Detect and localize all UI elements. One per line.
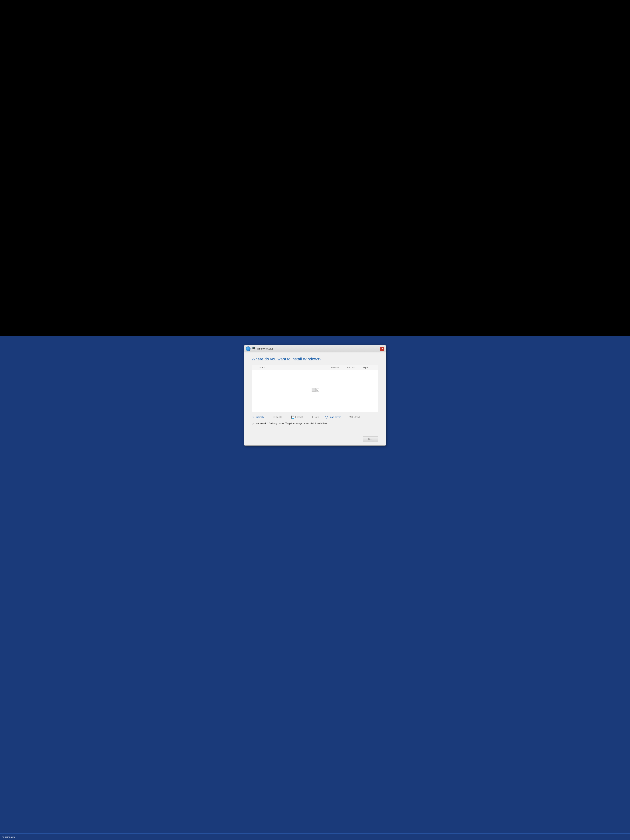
warning-area: ⚠ We couldn't find any drives. To get a … [252,422,378,426]
format-button[interactable]: 💾 Format [290,415,303,419]
new-icon: ✦ [311,415,314,419]
refresh-button[interactable]: ↻ Refresh [252,415,265,419]
new-label: New [314,416,319,418]
extend-button[interactable]: ◥ Extend [349,415,360,419]
taskbar-label: ng Windows [2,836,15,838]
taskbar: ng Windows [0,834,630,840]
extend-label: Extend [352,416,360,418]
delete-label: Delete [276,416,283,418]
format-icon: 💾 [291,415,294,419]
extend-icon: ◥ [349,415,352,419]
back-arrow-icon: ← [247,347,249,350]
dialog-content: Where do you want to install Windows? Na… [244,352,386,434]
name-col-header: Name [259,366,330,369]
warning-icon: ⚠ [252,422,254,426]
mouse-cursor: ⬜◱ [311,387,319,392]
delete-button[interactable]: ✕ Delete [272,415,283,419]
close-button[interactable]: ✕ [380,347,384,351]
page-title: Where do you want to install Windows? [252,357,378,362]
windows-setup-dialog: ← 🖥️ Windows Setup ✕ Where do you want t… [244,345,386,445]
table-header: Name Total size Free spa... Type [252,365,378,370]
title-bar: ← 🖥️ Windows Setup ✕ [244,345,386,352]
drive-table[interactable]: Name Total size Free spa... Type ⬜◱ [252,365,378,412]
load-driver-button[interactable]: ◯ Load driver [324,415,341,419]
load-driver-label: Load driver [329,416,341,418]
checkbox-col [253,366,259,369]
refresh-label: Refresh [256,416,264,418]
action-row-1: ↻ Refresh ✕ Delete 💾 Format ✦ New [252,415,320,419]
free-space-col-header: Free spa... [346,366,362,369]
new-button[interactable]: ✦ New [311,415,320,419]
warning-message: We couldn't find any drives. To get a st… [256,422,328,425]
dialog-footer: Next [244,434,386,445]
load-driver-icon: ◯ [325,415,328,419]
table-body[interactable]: ⬜◱ [252,370,378,412]
format-label: Format [295,416,303,418]
next-button[interactable]: Next [363,437,378,442]
refresh-icon: ↻ [252,415,255,419]
total-size-col-header: Total size [330,366,346,369]
dialog-title: Windows Setup [257,347,273,350]
back-button[interactable]: ← [246,346,251,351]
delete-icon: ✕ [273,415,275,419]
action-row-2: ◯ Load driver ◥ Extend [324,415,360,419]
title-bar-left: ← 🖥️ Windows Setup [246,346,273,351]
action-buttons: ↻ Refresh ✕ Delete 💾 Format ✦ New [252,415,378,419]
windows-setup-icon: 🖥️ [252,347,256,351]
type-col-header: Type [362,366,377,369]
